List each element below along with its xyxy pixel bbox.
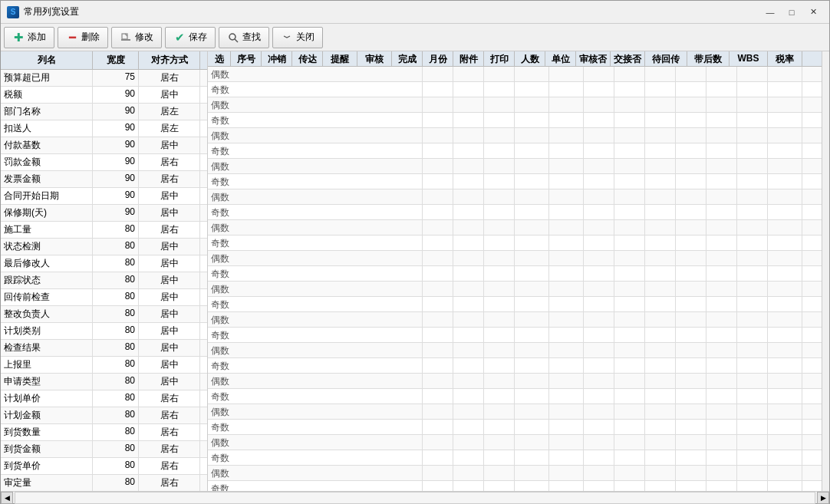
save-button[interactable]: ✔ 保存 — [165, 27, 216, 48]
table-row[interactable]: 罚款金额 90 居右 — [1, 154, 207, 171]
right-cell — [706, 189, 737, 204]
right-cell — [645, 420, 676, 434]
right-body[interactable]: 偶数奇数偶数奇数偶数奇数偶数奇数偶数奇数偶数奇数偶数奇数偶数奇数偶数奇数偶数奇数… — [208, 67, 822, 491]
right-cell — [453, 205, 484, 219]
right-cell — [453, 481, 484, 491]
right-cell — [549, 343, 584, 357]
search-button[interactable]: 查找 — [219, 27, 269, 48]
right-cell — [614, 113, 645, 127]
right-row: 奇数 — [208, 174, 822, 189]
right-cell — [645, 113, 676, 127]
cell-extra — [200, 374, 207, 390]
right-cell — [484, 189, 515, 204]
right-panel: 选序号冲销传达提醒审核完成月份附件打印人数单位审核否交接否待回传带后数WBS税率… — [208, 51, 822, 491]
edit-button[interactable]: 修改 — [111, 27, 162, 48]
right-cell — [768, 420, 802, 434]
content-area: 列名 宽度 对齐方式 预算超已用 75 居右 税额 90 居中 部门名称 90 … — [1, 51, 829, 491]
right-cell — [584, 358, 614, 373]
cell-width: 80 — [93, 289, 139, 305]
right-column-headers: 选序号冲销传达提醒审核完成月份附件打印人数单位审核否交接否待回传带后数WBS税率 — [208, 51, 822, 67]
cell-align: 居中 — [139, 340, 200, 356]
right-cell — [549, 435, 584, 450]
right-cell — [676, 113, 706, 127]
right-cell — [614, 328, 645, 342]
table-row[interactable]: 计划类别 80 居中 — [1, 323, 207, 340]
table-row[interactable]: 上报里 80 居中 — [1, 357, 207, 374]
right-col-header-9: 打印 — [484, 51, 515, 66]
right-cell — [645, 143, 676, 158]
close-window-button[interactable]: ✕ — [803, 5, 823, 20]
table-row[interactable]: 施工量 80 居右 — [1, 222, 207, 239]
right-cell — [423, 97, 453, 112]
table-row[interactable]: 扣送人 90 居左 — [1, 120, 207, 137]
right-cell — [515, 374, 549, 388]
right-cell — [614, 67, 645, 81]
table-row[interactable]: 审定量 80 居右 — [1, 475, 207, 491]
maximize-button[interactable]: □ — [782, 5, 802, 20]
right-cell — [549, 297, 584, 311]
right-cell — [515, 389, 549, 404]
table-row[interactable]: 到货单价 80 居右 — [1, 458, 207, 475]
row-label: 奇数 — [208, 420, 423, 434]
cell-width: 90 — [93, 87, 139, 103]
table-row[interactable]: 税额 90 居中 — [1, 87, 207, 104]
table-row[interactable]: 付款基数 90 居中 — [1, 137, 207, 154]
cell-align: 居中 — [139, 374, 200, 390]
table-row[interactable]: 合同开始日期 90 居中 — [1, 188, 207, 205]
table-row[interactable]: 计划单价 80 居右 — [1, 390, 207, 407]
table-row[interactable]: 整改负责人 80 居中 — [1, 306, 207, 323]
right-cell — [645, 220, 676, 235]
right-cell — [737, 450, 768, 465]
right-cell — [484, 328, 515, 342]
right-col-header-11: 单位 — [545, 51, 576, 66]
table-row[interactable]: 申请类型 80 居中 — [1, 374, 207, 390]
right-cell — [737, 189, 768, 204]
scroll-right-button[interactable]: ▶ — [817, 492, 829, 504]
table-row[interactable]: 检查结果 80 居中 — [1, 340, 207, 357]
table-row[interactable]: 预算超已用 75 居右 — [1, 70, 207, 87]
horizontal-scroll-track[interactable] — [15, 492, 815, 504]
cell-align: 居中 — [139, 306, 200, 322]
right-cell — [549, 251, 584, 265]
right-cell — [549, 113, 584, 127]
right-cell — [645, 450, 676, 465]
right-cell — [584, 220, 614, 235]
right-cell — [676, 466, 706, 480]
right-cell — [549, 312, 584, 327]
right-cell — [515, 236, 549, 250]
right-cell — [676, 420, 706, 434]
right-cell — [584, 67, 614, 81]
table-row[interactable]: 发票金额 90 居右 — [1, 171, 207, 188]
table-row[interactable]: 保修期(天) 90 居中 — [1, 205, 207, 222]
table-row[interactable]: 到货数量 80 居右 — [1, 424, 207, 441]
add-button[interactable]: ✚ 添加 — [4, 27, 54, 48]
vertical-scrollbar[interactable] — [822, 51, 829, 491]
minimize-button[interactable]: — — [760, 5, 780, 20]
right-row: 偶数 — [208, 374, 822, 389]
table-row[interactable]: 部门名称 90 居左 — [1, 104, 207, 120]
right-cell — [706, 481, 737, 491]
right-cell — [549, 82, 584, 97]
delete-button[interactable]: ━ 删除 — [58, 27, 108, 48]
right-row: 奇数 — [208, 82, 822, 97]
table-row[interactable]: 计划金额 80 居右 — [1, 407, 207, 424]
row-label: 奇数 — [208, 328, 423, 342]
table-row[interactable]: 回传前检查 80 居中 — [1, 289, 207, 306]
table-header: 列名 宽度 对齐方式 — [1, 51, 207, 70]
right-cell — [676, 266, 706, 281]
table-row[interactable]: 到货金额 80 居右 — [1, 441, 207, 458]
cell-extra — [200, 171, 207, 187]
right-col-header-5: 审核 — [357, 51, 392, 66]
table-row[interactable]: 跟踪状态 80 居中 — [1, 272, 207, 289]
scroll-left-button[interactable]: ◀ — [1, 492, 13, 504]
table-body[interactable]: 预算超已用 75 居右 税额 90 居中 部门名称 90 居左 扣送人 90 居… — [1, 70, 207, 491]
right-row: 奇数 — [208, 113, 822, 128]
close-button[interactable]: 关闭 — [272, 27, 323, 48]
cell-name: 检查结果 — [1, 340, 93, 356]
right-cell — [423, 282, 453, 296]
row-label: 偶数 — [208, 374, 423, 388]
right-cell — [515, 297, 549, 311]
right-cell — [676, 220, 706, 235]
table-row[interactable]: 状态检测 80 居中 — [1, 239, 207, 255]
table-row[interactable]: 最后修改人 80 居中 — [1, 255, 207, 272]
